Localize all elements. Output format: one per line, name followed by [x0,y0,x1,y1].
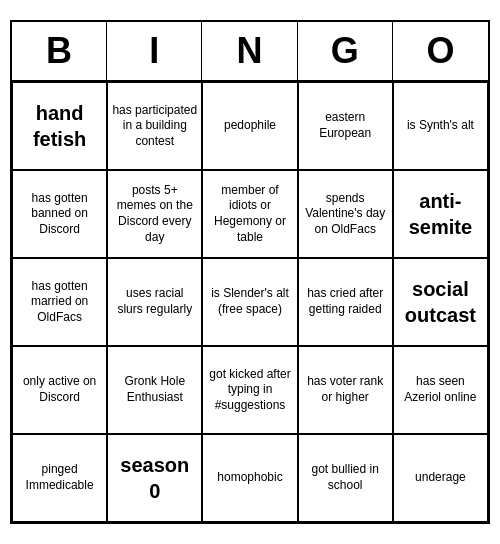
bingo-cell-17: got kicked after typing in #suggestions [202,346,297,434]
bingo-cell-23: got bullied in school [298,434,393,522]
bingo-cell-16: Gronk Hole Enthusiast [107,346,202,434]
bingo-cell-13: has cried after getting raided [298,258,393,346]
bingo-cell-14: social outcast [393,258,488,346]
bingo-cell-10: has gotten married on OldFacs [12,258,107,346]
bingo-cell-6: posts 5+ memes on the Discord every day [107,170,202,258]
bingo-cell-22: homophobic [202,434,297,522]
header-letter: B [12,22,107,80]
bingo-header: BINGO [12,22,488,82]
bingo-cell-21: season 0 [107,434,202,522]
bingo-cell-11: uses racial slurs regularly [107,258,202,346]
bingo-cell-24: underage [393,434,488,522]
bingo-cell-3: eastern European [298,82,393,170]
bingo-cell-7: member of idiots or Hegemony or table [202,170,297,258]
bingo-cell-2: pedophile [202,82,297,170]
bingo-cell-12: is Slender's alt (free space) [202,258,297,346]
bingo-cell-9: anti-semite [393,170,488,258]
bingo-cell-8: spends Valentine's day on OldFacs [298,170,393,258]
bingo-cell-4: is Synth's alt [393,82,488,170]
header-letter: O [393,22,488,80]
bingo-grid: hand fetishhas participated in a buildin… [12,82,488,522]
bingo-cell-5: has gotten banned on Discord [12,170,107,258]
header-letter: G [298,22,393,80]
bingo-cell-18: has voter rank or higher [298,346,393,434]
bingo-cell-1: has participated in a building contest [107,82,202,170]
bingo-cell-19: has seen Azeriol online [393,346,488,434]
bingo-cell-20: pinged Immedicable [12,434,107,522]
header-letter: N [202,22,297,80]
bingo-cell-15: only active on Discord [12,346,107,434]
bingo-cell-0: hand fetish [12,82,107,170]
header-letter: I [107,22,202,80]
bingo-card: BINGO hand fetishhas participated in a b… [10,20,490,524]
